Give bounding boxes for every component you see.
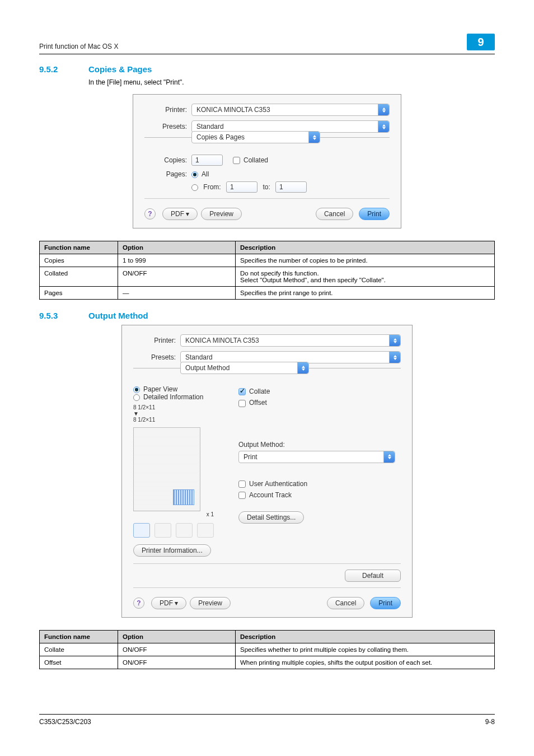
- printer-value: KONICA MINOLTA C353: [196, 106, 270, 114]
- cell-desc: Specifies whether to print multiple copi…: [236, 643, 495, 656]
- printer-select[interactable]: KONICA MINOLTA C353: [191, 104, 390, 116]
- printer-information-button[interactable]: Printer Information...: [133, 544, 211, 557]
- offset-checkbox[interactable]: [238, 400, 246, 407]
- table-header: Function name: [40, 241, 118, 254]
- print-button[interactable]: Print: [359, 208, 390, 220]
- chevron-updown-icon: [308, 132, 320, 143]
- cell-fn: Copies: [40, 254, 118, 267]
- table-header: Option: [118, 241, 236, 254]
- table-row: Offset ON/OFF When printing multiple cop…: [40, 656, 495, 669]
- pages-from-radio[interactable]: [191, 184, 198, 191]
- chevron-updown-icon: [378, 104, 389, 115]
- staple-icon: [176, 523, 193, 538]
- right-column: Collate Offset Output Method: Print User…: [238, 385, 401, 557]
- detail-settings-button[interactable]: Detail Settings...: [238, 511, 304, 524]
- chapter-badge: 9: [467, 34, 495, 50]
- panel-value: Copies & Pages: [196, 133, 245, 141]
- collated-checkbox[interactable]: [233, 157, 240, 164]
- user-auth-label: User Authentication: [249, 480, 307, 488]
- pages-to-input[interactable]: 1: [275, 181, 307, 193]
- panel-divider: Copies & Pages: [144, 137, 390, 150]
- preview-button[interactable]: Preview: [201, 208, 242, 220]
- section-number: 9.5.2: [39, 64, 75, 74]
- page: Print function of Mac OS X 9 9.5.2 Copie…: [0, 0, 534, 748]
- account-track-checkbox[interactable]: [238, 492, 246, 499]
- collate-checkbox[interactable]: [238, 388, 246, 395]
- table-row: Collated ON/OFF Do not specify this func…: [40, 267, 495, 287]
- paper-size-arrow-icon: ▼: [133, 410, 228, 417]
- fold-icon: [154, 523, 171, 538]
- table-header: Function name: [40, 631, 118, 643]
- table-header: Description: [236, 631, 495, 643]
- cell-fn: Pages: [40, 287, 118, 300]
- pdf-button[interactable]: PDF ▾: [162, 208, 198, 220]
- default-button[interactable]: Default: [345, 570, 401, 582]
- chevron-updown-icon: [297, 362, 308, 374]
- paper-size-top: 8 1/2×11: [133, 404, 228, 410]
- cancel-button[interactable]: Cancel: [316, 208, 353, 220]
- cell-desc: When printing multiple copies, shifts th…: [236, 656, 495, 669]
- collate-label: Collate: [249, 388, 270, 395]
- copies-input[interactable]: 1: [191, 155, 223, 166]
- cell-opt: ON/OFF: [118, 656, 236, 669]
- page-header: Print function of Mac OS X 9: [39, 34, 495, 53]
- panel-select[interactable]: Copies & Pages: [191, 131, 320, 143]
- printer-label: Printer:: [144, 106, 191, 114]
- output-method-table: Function name Option Description Collate…: [39, 630, 495, 669]
- punch-icon: [197, 523, 214, 538]
- preview-button[interactable]: Preview: [190, 597, 231, 609]
- footer-left: C353/C253/C203: [39, 718, 91, 726]
- panel-select[interactable]: Output Method: [180, 362, 309, 374]
- cell-opt: —: [118, 287, 236, 300]
- offset-label: Offset: [249, 399, 267, 407]
- cell-fn: Collated: [40, 267, 118, 287]
- pages-to-label: to:: [263, 183, 270, 191]
- cancel-button[interactable]: Cancel: [327, 597, 364, 609]
- print-dialog-output-method: Printer: KONICA MINOLTA C353 Presets: St…: [121, 325, 413, 618]
- copies-pages-table: Function name Option Description Copies …: [39, 241, 495, 300]
- table-row: Collate ON/OFF Specifies whether to prin…: [40, 643, 495, 656]
- section-heading-copies-pages: 9.5.2 Copies & Pages: [39, 64, 495, 74]
- cell-opt: ON/OFF: [118, 643, 236, 656]
- presets-value: Standard: [196, 123, 224, 130]
- paper-view-label: Paper View: [143, 385, 177, 393]
- footer-right: 9-8: [485, 718, 495, 726]
- chevron-updown-icon: [389, 335, 400, 346]
- output-method-select[interactable]: Print: [238, 451, 395, 463]
- chevron-updown-icon: [389, 352, 400, 363]
- panel-divider: Output Method: [133, 368, 401, 381]
- pages-all-label: All: [202, 170, 209, 178]
- section-number: 9.5.3: [39, 311, 75, 320]
- cell-fn: Collate: [40, 643, 118, 656]
- page-footer: C353/C253/C203 9-8: [39, 714, 495, 726]
- account-track-label: Account Track: [249, 491, 292, 499]
- paper-preview-icon: [133, 427, 200, 511]
- pages-from-input[interactable]: 1: [226, 181, 257, 193]
- section-title: Output Method: [88, 311, 148, 320]
- cell-desc: Specifies the print range to print.: [236, 287, 495, 300]
- panel-value: Output Method: [185, 364, 229, 372]
- icon-row: [133, 523, 228, 538]
- output-method-value: Print: [243, 453, 257, 461]
- dialog-divider: [144, 198, 390, 199]
- cell-desc: Do not specify this function. Select "Ou…: [236, 267, 495, 287]
- pages-all-radio[interactable]: [191, 171, 198, 178]
- printer-select[interactable]: KONICA MINOLTA C353: [180, 334, 401, 347]
- paper-view-radio[interactable]: [133, 386, 140, 393]
- screenshot-copies-pages: Printer: KONICA MINOLTA C353 Presets: St…: [39, 94, 495, 228]
- output-method-label: Output Method:: [238, 441, 401, 449]
- section-title: Copies & Pages: [88, 64, 152, 74]
- user-auth-checkbox[interactable]: [238, 480, 246, 488]
- section-heading-output-method: 9.5.3 Output Method: [39, 311, 495, 320]
- help-button[interactable]: ?: [144, 208, 156, 220]
- print-button[interactable]: Print: [370, 597, 401, 609]
- detailed-info-radio[interactable]: [133, 394, 140, 401]
- table-header: Option: [118, 631, 236, 643]
- copies-x1: x 1: [133, 511, 228, 517]
- presets-value: Standard: [185, 353, 213, 361]
- help-button[interactable]: ?: [133, 598, 144, 609]
- collated-label: Collated: [243, 156, 268, 164]
- detailed-info-label: Detailed Information: [143, 393, 203, 401]
- pdf-button[interactable]: PDF ▾: [151, 597, 186, 609]
- screenshot-output-method: Printer: KONICA MINOLTA C353 Presets: St…: [39, 325, 495, 618]
